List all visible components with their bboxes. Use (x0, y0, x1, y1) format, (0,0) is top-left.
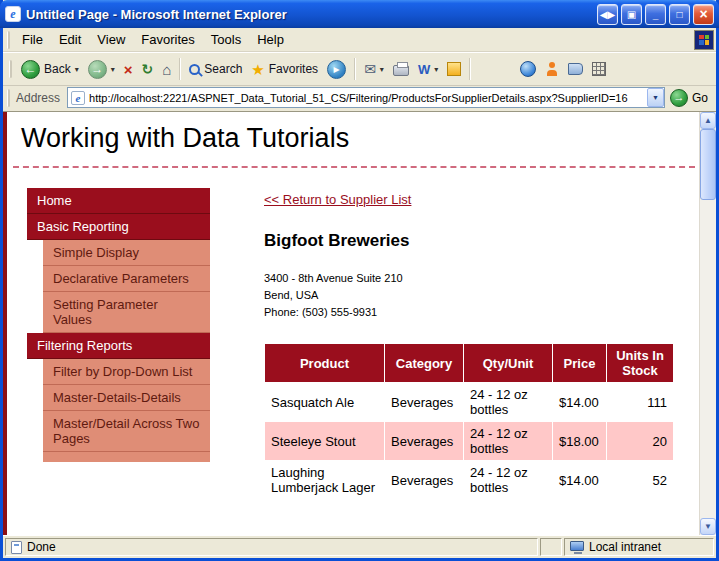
edit-dropdown-icon[interactable]: ▾ (434, 65, 438, 74)
minimize-button[interactable]: _ (645, 4, 666, 25)
discuss-button[interactable] (443, 59, 465, 79)
messenger-person-icon (545, 62, 559, 76)
supplier-name-heading: Bigfoot Breweries (264, 231, 674, 251)
messenger-globe-button[interactable] (516, 58, 540, 80)
sidebar-item-partial[interactable] (43, 452, 210, 462)
go-arrow-glyph: → (673, 92, 684, 103)
close-button[interactable]: × (693, 4, 714, 25)
table-row: Laughing Lumberjack Lager Beverages 24 -… (265, 461, 673, 499)
standard-toolbar: ← Back ▾ → ▾ × ↻ ⌂ Search ★ Favorites ▸ (3, 52, 716, 86)
browser-viewport: Working with Data Tutorials Home Basic R… (3, 112, 716, 535)
status-progress-panel (540, 538, 562, 556)
table-header-row: Product Category Qty/Unit Price Units In… (265, 344, 673, 382)
cell-qty-unit: 24 - 12 oz bottles (464, 461, 552, 499)
menu-file[interactable]: File (14, 28, 51, 51)
web-page: Working with Data Tutorials Home Basic R… (7, 112, 699, 535)
menubar-grip[interactable] (7, 31, 10, 49)
sidebar-item-filter-by-dropdown-list[interactable]: Filter by Drop-Down List (43, 359, 210, 385)
browser-window: e Untitled Page - Microsoft Internet Exp… (0, 0, 719, 561)
titlebar-screen-button[interactable]: ▣ (621, 4, 642, 25)
address-input[interactable]: e http://localhost:2221/ASPNET_Data_Tuto… (67, 87, 665, 108)
security-zone-panel: Local intranet (564, 538, 714, 556)
status-text: Done (27, 540, 56, 554)
research-button[interactable] (564, 60, 587, 78)
go-label: Go (692, 91, 708, 105)
go-button[interactable]: → Go (665, 89, 713, 107)
sidebar-item-basic-reporting[interactable]: Basic Reporting (27, 214, 210, 240)
sidebar-item-declarative-parameters[interactable]: Declarative Parameters (43, 266, 210, 292)
toolbar-grip[interactable] (9, 60, 12, 78)
titlebar[interactable]: e Untitled Page - Microsoft Internet Exp… (0, 0, 719, 28)
sidebar-item-master-details-details[interactable]: Master-Details-Details (43, 385, 210, 411)
refresh-button[interactable]: ↻ (137, 59, 157, 79)
edit-button[interactable]: W ▾ (414, 60, 442, 79)
forward-button[interactable]: → ▾ (84, 57, 119, 82)
print-button[interactable] (389, 59, 413, 79)
toolbar-separator (354, 58, 356, 80)
supplier-address-line2: Bend, USA (264, 287, 674, 304)
home-button[interactable]: ⌂ (158, 59, 175, 80)
flag-quadrant (699, 40, 704, 45)
back-button[interactable]: ← Back ▾ (17, 57, 83, 82)
sidebar-item-filtering-reports[interactable]: Filtering Reports (27, 333, 210, 359)
col-header-price: Price (553, 344, 606, 382)
favorites-star-icon: ★ (251, 62, 264, 77)
main-content: << Return to Supplier List Bigfoot Brewe… (264, 188, 674, 500)
page-body: Home Basic Reporting Simple Display Decl… (13, 168, 699, 500)
sidebar-item-home[interactable]: Home (27, 188, 210, 214)
search-icon (189, 64, 200, 75)
menu-favorites[interactable]: Favorites (133, 28, 202, 51)
scroll-up-button[interactable]: ▲ (700, 112, 716, 129)
search-button[interactable]: Search (185, 59, 246, 79)
sidebar-item-master-detail-across-two-pages[interactable]: Master/Detail Across Two Pages (43, 411, 210, 452)
cell-price: $14.00 (553, 383, 606, 421)
menu-view[interactable]: View (89, 28, 133, 51)
menu-edit[interactable]: Edit (51, 28, 89, 51)
col-header-units-in-stock: Units In Stock (607, 344, 673, 382)
discuss-note-icon (447, 62, 461, 76)
local-intranet-icon (570, 541, 584, 551)
search-label: Search (204, 62, 242, 76)
address-dropdown-button[interactable]: ▼ (647, 88, 664, 107)
sidebar-item-setting-parameter-values[interactable]: Setting Parameter Values (43, 292, 210, 333)
menu-bar: File Edit View Favorites Tools Help (3, 28, 716, 52)
cell-product: Laughing Lumberjack Lager (265, 461, 384, 499)
return-to-supplier-list-link[interactable]: << Return to Supplier List (264, 192, 411, 207)
sidebar-item-simple-display[interactable]: Simple Display (43, 240, 210, 266)
print-icon (393, 65, 409, 76)
toolbar-separator (179, 58, 181, 80)
back-label: Back (44, 62, 71, 76)
cell-category: Beverages (385, 422, 463, 460)
mail-button[interactable]: ✉ ▾ (360, 59, 388, 79)
addressbar-grip[interactable] (7, 89, 10, 107)
titlebar-nav-arrows-button[interactable]: ◀▶ (597, 4, 618, 25)
stop-icon: × (124, 62, 133, 77)
status-left-panel: Done (5, 538, 538, 556)
grid-tool-button[interactable] (588, 59, 610, 79)
messenger-button[interactable] (541, 59, 563, 79)
media-button[interactable]: ▸ (323, 57, 350, 82)
menu-help[interactable]: Help (249, 28, 292, 51)
menu-tools[interactable]: Tools (203, 28, 249, 51)
maximize-button[interactable]: □ (669, 4, 690, 25)
grid-icon (592, 62, 606, 76)
toolbar-separator (469, 58, 471, 80)
media-icon: ▸ (327, 60, 346, 79)
scrollbar-thumb[interactable] (700, 129, 716, 200)
products-table: Product Category Qty/Unit Price Units In… (264, 343, 674, 500)
scrollbar-track[interactable] (700, 129, 716, 518)
address-url-text[interactable]: http://localhost:2221/ASPNET_Data_Tutori… (89, 92, 643, 104)
mail-dropdown-icon[interactable]: ▾ (380, 65, 384, 74)
cell-price: $18.00 (553, 422, 606, 460)
back-dropdown-icon[interactable]: ▾ (75, 65, 79, 74)
supplier-address-line1: 3400 - 8th Avenue Suite 210 (264, 270, 674, 287)
stop-button[interactable]: × (120, 59, 137, 80)
scroll-down-button[interactable]: ▼ (700, 518, 716, 535)
page-title: Working with Data Tutorials (13, 112, 699, 166)
cell-units-in-stock: 20 (607, 422, 673, 460)
vertical-scrollbar[interactable]: ▲ ▼ (699, 112, 716, 535)
go-arrow-icon: → (670, 89, 688, 107)
table-row: Sasquatch Ale Beverages 24 - 12 oz bottl… (265, 383, 673, 421)
favorites-button[interactable]: ★ Favorites (247, 59, 322, 80)
forward-dropdown-icon[interactable]: ▾ (111, 65, 115, 74)
